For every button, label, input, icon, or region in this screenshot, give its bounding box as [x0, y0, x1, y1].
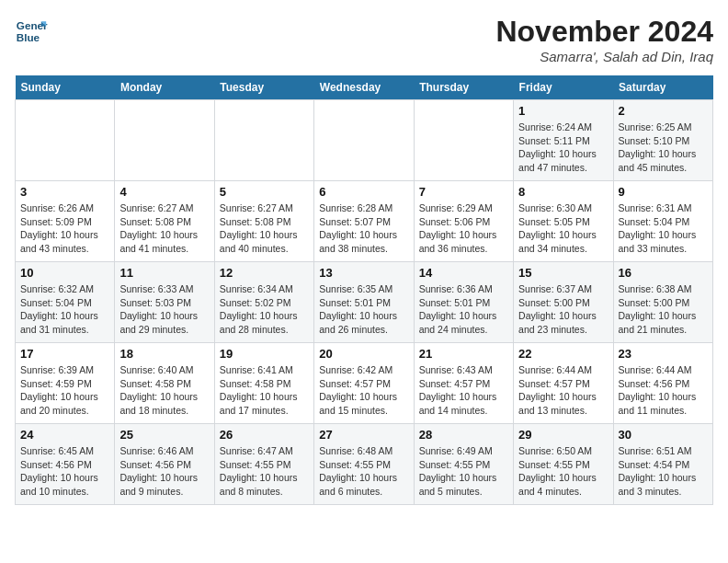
day-info: Sunrise: 6:27 AM Sunset: 5:08 PM Dayligh… [119, 201, 209, 256]
day-number: 22 [518, 347, 608, 361]
day-number: 21 [419, 347, 508, 361]
day-header-thursday: Thursday [414, 75, 513, 100]
day-cell-1-1: 4Sunrise: 6:27 AM Sunset: 5:08 PM Daylig… [115, 181, 214, 262]
day-cell-0-4 [414, 100, 513, 181]
header-row: SundayMondayTuesdayWednesdayThursdayFrid… [16, 75, 713, 100]
day-number: 8 [518, 185, 608, 199]
day-info: Sunrise: 6:27 AM Sunset: 5:08 PM Dayligh… [220, 201, 309, 256]
day-number: 4 [119, 185, 209, 199]
day-header-wednesday: Wednesday [314, 75, 414, 100]
day-info: Sunrise: 6:37 AM Sunset: 5:00 PM Dayligh… [518, 282, 608, 337]
day-cell-0-1 [115, 100, 214, 181]
day-info: Sunrise: 6:50 AM Sunset: 4:55 PM Dayligh… [518, 444, 608, 499]
day-cell-4-1: 25Sunrise: 6:46 AM Sunset: 4:56 PM Dayli… [115, 424, 214, 505]
day-cell-1-6: 9Sunrise: 6:31 AM Sunset: 5:04 PM Daylig… [613, 181, 712, 262]
day-info: Sunrise: 6:40 AM Sunset: 4:58 PM Dayligh… [119, 363, 209, 418]
day-cell-1-3: 6Sunrise: 6:28 AM Sunset: 5:07 PM Daylig… [314, 181, 414, 262]
day-number: 26 [220, 428, 309, 442]
day-number: 6 [319, 185, 408, 199]
logo-icon: General Blue [15, 15, 48, 48]
day-header-friday: Friday [514, 75, 613, 100]
day-cell-4-6: 30Sunrise: 6:51 AM Sunset: 4:54 PM Dayli… [613, 424, 712, 505]
day-header-sunday: Sunday [16, 75, 115, 100]
day-info: Sunrise: 6:42 AM Sunset: 4:57 PM Dayligh… [319, 363, 408, 418]
day-info: Sunrise: 6:49 AM Sunset: 4:55 PM Dayligh… [419, 444, 508, 499]
day-info: Sunrise: 6:33 AM Sunset: 5:03 PM Dayligh… [119, 282, 209, 337]
day-number: 19 [220, 347, 309, 361]
day-header-tuesday: Tuesday [214, 75, 313, 100]
week-row-1: 3Sunrise: 6:26 AM Sunset: 5:09 PM Daylig… [16, 181, 713, 262]
day-info: Sunrise: 6:24 AM Sunset: 5:11 PM Dayligh… [518, 121, 608, 175]
day-number: 28 [419, 428, 508, 442]
day-number: 3 [20, 185, 109, 199]
day-cell-0-3 [314, 100, 414, 181]
day-number: 12 [220, 266, 309, 280]
day-cell-2-4: 14Sunrise: 6:36 AM Sunset: 5:01 PM Dayli… [414, 262, 513, 343]
day-info: Sunrise: 6:31 AM Sunset: 5:04 PM Dayligh… [619, 201, 708, 256]
day-cell-4-0: 24Sunrise: 6:45 AM Sunset: 4:56 PM Dayli… [16, 424, 115, 505]
day-cell-2-6: 16Sunrise: 6:38 AM Sunset: 5:00 PM Dayli… [613, 262, 712, 343]
day-number: 20 [319, 347, 408, 361]
day-number: 15 [518, 266, 608, 280]
day-info: Sunrise: 6:36 AM Sunset: 5:01 PM Dayligh… [419, 282, 508, 337]
day-number: 17 [20, 347, 109, 361]
day-cell-1-5: 8Sunrise: 6:30 AM Sunset: 5:05 PM Daylig… [514, 181, 613, 262]
day-cell-1-4: 7Sunrise: 6:29 AM Sunset: 5:06 PM Daylig… [414, 181, 513, 262]
day-cell-1-2: 5Sunrise: 6:27 AM Sunset: 5:08 PM Daylig… [214, 181, 313, 262]
day-number: 24 [20, 428, 109, 442]
header: General Blue November 2024 Samarra', Sal… [15, 15, 713, 64]
week-row-3: 17Sunrise: 6:39 AM Sunset: 4:59 PM Dayli… [16, 343, 713, 424]
day-header-saturday: Saturday [613, 75, 712, 100]
day-cell-0-6: 2Sunrise: 6:25 AM Sunset: 5:10 PM Daylig… [613, 100, 712, 181]
day-cell-4-4: 28Sunrise: 6:49 AM Sunset: 4:55 PM Dayli… [414, 424, 513, 505]
day-cell-2-0: 10Sunrise: 6:32 AM Sunset: 5:04 PM Dayli… [16, 262, 115, 343]
day-cell-4-2: 26Sunrise: 6:47 AM Sunset: 4:55 PM Dayli… [214, 424, 313, 505]
day-number: 16 [619, 266, 708, 280]
day-number: 29 [518, 428, 608, 442]
day-info: Sunrise: 6:26 AM Sunset: 5:09 PM Dayligh… [20, 201, 109, 256]
day-info: Sunrise: 6:45 AM Sunset: 4:56 PM Dayligh… [20, 444, 109, 499]
day-number: 1 [518, 104, 608, 118]
day-info: Sunrise: 6:41 AM Sunset: 4:58 PM Dayligh… [220, 363, 309, 418]
logo: General Blue [15, 15, 48, 48]
day-number: 25 [119, 428, 209, 442]
day-info: Sunrise: 6:44 AM Sunset: 4:56 PM Dayligh… [619, 363, 708, 418]
day-cell-3-1: 18Sunrise: 6:40 AM Sunset: 4:58 PM Dayli… [115, 343, 214, 424]
day-header-monday: Monday [115, 75, 214, 100]
day-info: Sunrise: 6:28 AM Sunset: 5:07 PM Dayligh… [319, 201, 408, 256]
day-number: 10 [20, 266, 109, 280]
day-number: 9 [619, 185, 708, 199]
day-info: Sunrise: 6:39 AM Sunset: 4:59 PM Dayligh… [20, 363, 109, 418]
day-number: 2 [619, 104, 708, 118]
day-info: Sunrise: 6:25 AM Sunset: 5:10 PM Dayligh… [619, 121, 708, 175]
day-info: Sunrise: 6:34 AM Sunset: 5:02 PM Dayligh… [220, 282, 309, 337]
svg-text:Blue: Blue [17, 31, 40, 43]
day-info: Sunrise: 6:48 AM Sunset: 4:55 PM Dayligh… [319, 444, 408, 499]
day-cell-3-2: 19Sunrise: 6:41 AM Sunset: 4:58 PM Dayli… [214, 343, 313, 424]
day-cell-2-5: 15Sunrise: 6:37 AM Sunset: 5:00 PM Dayli… [514, 262, 613, 343]
day-cell-2-3: 13Sunrise: 6:35 AM Sunset: 5:01 PM Dayli… [314, 262, 414, 343]
day-number: 11 [119, 266, 209, 280]
day-cell-3-0: 17Sunrise: 6:39 AM Sunset: 4:59 PM Dayli… [16, 343, 115, 424]
day-number: 30 [619, 428, 708, 442]
week-row-0: 1Sunrise: 6:24 AM Sunset: 5:11 PM Daylig… [16, 100, 713, 181]
day-info: Sunrise: 6:35 AM Sunset: 5:01 PM Dayligh… [319, 282, 408, 337]
day-cell-4-5: 29Sunrise: 6:50 AM Sunset: 4:55 PM Dayli… [514, 424, 613, 505]
day-cell-3-3: 20Sunrise: 6:42 AM Sunset: 4:57 PM Dayli… [314, 343, 414, 424]
day-info: Sunrise: 6:51 AM Sunset: 4:54 PM Dayligh… [619, 444, 708, 499]
week-row-2: 10Sunrise: 6:32 AM Sunset: 5:04 PM Dayli… [16, 262, 713, 343]
day-info: Sunrise: 6:44 AM Sunset: 4:57 PM Dayligh… [518, 363, 608, 418]
day-info: Sunrise: 6:38 AM Sunset: 5:00 PM Dayligh… [619, 282, 708, 337]
day-cell-0-0 [16, 100, 115, 181]
day-number: 18 [119, 347, 209, 361]
day-cell-4-3: 27Sunrise: 6:48 AM Sunset: 4:55 PM Dayli… [314, 424, 414, 505]
day-info: Sunrise: 6:29 AM Sunset: 5:06 PM Dayligh… [419, 201, 508, 256]
title-area: November 2024 Samarra', Salah ad Din, Ir… [495, 15, 713, 64]
day-info: Sunrise: 6:43 AM Sunset: 4:57 PM Dayligh… [419, 363, 508, 418]
day-number: 27 [319, 428, 408, 442]
day-number: 23 [619, 347, 708, 361]
week-row-4: 24Sunrise: 6:45 AM Sunset: 4:56 PM Dayli… [16, 424, 713, 505]
day-info: Sunrise: 6:46 AM Sunset: 4:56 PM Dayligh… [119, 444, 209, 499]
day-cell-2-2: 12Sunrise: 6:34 AM Sunset: 5:02 PM Dayli… [214, 262, 313, 343]
day-cell-2-1: 11Sunrise: 6:33 AM Sunset: 5:03 PM Dayli… [115, 262, 214, 343]
